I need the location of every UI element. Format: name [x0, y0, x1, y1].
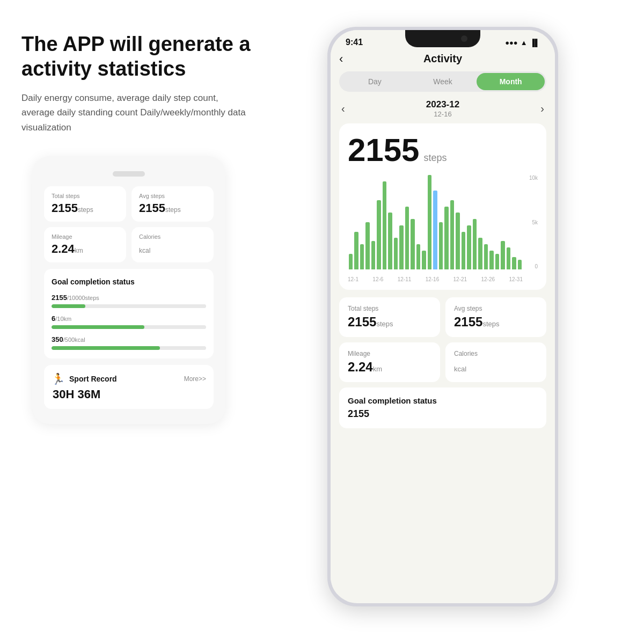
bar-28 — [507, 247, 510, 269]
mini-phone-mockup: Total steps 2155steps Avg steps 2155step… — [32, 156, 225, 424]
bar-22 — [473, 219, 477, 269]
bar-20 — [462, 232, 465, 269]
mini-goal-item-1: 6/10km — [52, 314, 206, 329]
mini-stat-total-steps: Total steps 2155steps — [44, 186, 126, 222]
bar-11 — [411, 219, 414, 269]
goal-card-phone: Goal completion status 2155 — [339, 387, 546, 428]
stat-mileage: Mileage 2.24km — [339, 342, 440, 382]
date-prev-button[interactable]: ‹ — [341, 103, 345, 115]
x-label-0: 12-1 — [348, 276, 358, 282]
status-icons: ●●● ▲ ▐▌ — [505, 39, 540, 47]
x-label-3: 12-16 — [426, 276, 440, 282]
mini-stat-mileage: Mileage 2.24km — [44, 227, 126, 262]
left-panel: The APP will generate a activity statist… — [21, 27, 252, 617]
mini-stat-label-0: Total steps — [52, 193, 119, 199]
subtitle: Daily energy consume, average daily step… — [21, 91, 252, 135]
bar-18 — [450, 200, 454, 269]
signal-icon: ●●● — [505, 39, 518, 47]
bar-2 — [360, 244, 364, 269]
stats-grid: Total steps 2155steps Avg steps 2155step… — [339, 297, 546, 382]
sport-icon: 🏃 — [52, 372, 65, 385]
bar-27 — [501, 241, 504, 269]
mini-phone-notch — [113, 171, 145, 177]
sport-more[interactable]: More>> — [184, 375, 206, 383]
x-label-2: 12-11 — [398, 276, 412, 282]
chart-card: 2155 steps 10k 5k 0 — [339, 123, 546, 290]
bar-25 — [489, 251, 493, 269]
sport-time: 30H 36M — [52, 387, 206, 401]
notch-camera — [461, 35, 467, 42]
x-label-4: 12-21 — [453, 276, 467, 282]
big-steps-value: 2155 — [348, 134, 419, 166]
stat-value-avg: 2155steps — [454, 314, 538, 330]
date-main: 2023-12 — [426, 99, 459, 110]
tab-bar: Day Week Month — [339, 71, 546, 92]
stat-total-steps: Total steps 2155steps — [339, 297, 440, 337]
bar-17 — [444, 207, 448, 269]
bar-8 — [394, 238, 398, 269]
phone-outer: 9:41 ●●● ▲ ▐▌ ‹ Activity — [327, 27, 558, 606]
app-title: Activity — [423, 53, 462, 65]
stat-label-mileage: Mileage — [348, 350, 431, 357]
goal-title-phone: Goal completion status — [348, 396, 538, 405]
mini-goal-item-0: 2155/10000steps — [52, 294, 206, 308]
bar-chart-xaxis: 12-1 12-6 12-11 12-16 12-21 12-26 12-31 — [348, 276, 523, 282]
y-label-10k: 10k — [529, 175, 538, 181]
phone-notch — [405, 30, 480, 47]
sport-title: Sport Record — [69, 375, 117, 383]
bar-15 — [433, 191, 437, 269]
bar-chart: 10k 5k 0 12-1 12-6 12-11 12-16 — [348, 175, 538, 282]
stat-label-calories: Calories — [454, 350, 538, 357]
mini-stat-avg-steps: Avg steps 2155steps — [131, 186, 214, 222]
bar-chart-yaxis: 10k 5k 0 — [529, 175, 538, 282]
mini-goal-title: Goal completion status — [52, 277, 206, 286]
bar-21 — [467, 225, 471, 269]
big-steps-display: 2155 steps — [348, 134, 538, 166]
stat-value-total: 2155steps — [348, 314, 431, 330]
mini-stat-calories: Calories kcal — [131, 227, 214, 262]
bar-24 — [484, 244, 488, 269]
tab-day[interactable]: Day — [341, 73, 409, 90]
battery-icon: ▐▌ — [530, 39, 540, 47]
back-button[interactable]: ‹ — [339, 52, 343, 66]
app-content: ‹ Activity Day Week Month ‹ 2023-12 — [331, 47, 555, 594]
bar-0 — [349, 254, 353, 269]
bar-19 — [456, 213, 459, 269]
mini-stat-label-2: Mileage — [52, 233, 119, 240]
mini-stat-label-1: Avg steps — [139, 193, 206, 199]
stat-avg-steps: Avg steps 2155steps — [445, 297, 546, 337]
stat-value-calories: kcal — [454, 360, 538, 375]
bar-3 — [365, 222, 369, 269]
bar-30 — [518, 260, 522, 269]
mini-stat-label-3: Calories — [139, 233, 206, 240]
bar-16 — [439, 222, 443, 269]
x-label-6: 12-31 — [509, 276, 523, 282]
bar-7 — [388, 213, 392, 269]
app-header: ‹ Activity — [339, 47, 546, 71]
mini-stats-grid: Total steps 2155steps Avg steps 2155step… — [44, 186, 214, 262]
headline: The APP will generate a activity statist… — [21, 32, 252, 81]
mini-stat-value-0: 2155steps — [52, 201, 119, 215]
tab-week[interactable]: Week — [409, 73, 477, 90]
bar-chart-area — [348, 175, 523, 269]
tab-month[interactable]: Month — [477, 73, 545, 90]
bar-13 — [422, 251, 426, 269]
mini-stat-value-2: 2.24km — [52, 242, 119, 256]
date-sub: 12-16 — [426, 110, 459, 118]
bar-23 — [478, 238, 482, 269]
date-next-button[interactable]: › — [540, 103, 544, 115]
date-center: 2023-12 12-16 — [426, 99, 459, 118]
phone-inner: 9:41 ●●● ▲ ▐▌ ‹ Activity — [331, 30, 555, 603]
mini-goal-item-2: 350/500kcal — [52, 335, 206, 350]
y-label-0: 0 — [529, 264, 538, 269]
mini-goal-card: Goal completion status 2155/10000steps 6… — [44, 269, 214, 358]
mini-stat-value-3: kcal — [139, 242, 206, 256]
bar-5 — [377, 200, 380, 269]
bar-26 — [495, 254, 499, 269]
stat-calories: Calories kcal — [445, 342, 546, 382]
stat-value-mileage: 2.24km — [348, 360, 431, 375]
x-label-1: 12-6 — [372, 276, 383, 282]
bar-10 — [405, 207, 409, 269]
mini-stat-value-1: 2155steps — [139, 201, 206, 215]
wifi-icon: ▲ — [521, 39, 528, 47]
